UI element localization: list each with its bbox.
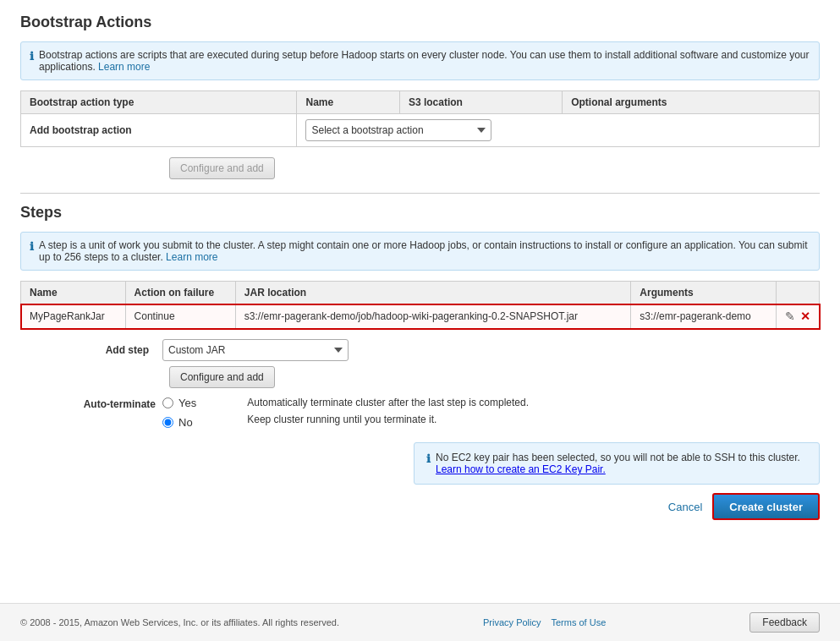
bootstrap-col-s3: S3 location [399,91,562,114]
auto-terminate-yes-label[interactable]: Yes [178,397,196,409]
steps-info-icon: ℹ [30,240,34,253]
ec2-info-icon: ℹ [426,452,431,465]
step-name: MyPageRankJar [21,304,126,329]
bootstrap-info: ℹ Bootstrap actions are scripts that are… [20,41,820,80]
ec2-warning-box: ℹ No EC2 key pair has been selected, so … [414,442,820,485]
steps-configure-row: Configure and add [169,366,820,388]
steps-col-actions-header [777,282,820,304]
add-step-label: Add step [20,344,156,356]
step-row-actions: ✎ ✕ [777,304,820,329]
steps-table: Name Action on failure JAR location Argu… [20,281,820,329]
steps-title: Steps [20,204,820,225]
bootstrap-configure-row: Configure and add [169,157,820,179]
bootstrap-table: Bootstrap action type Name S3 location O… [20,90,820,147]
auto-terminate-yes-row: Yes [162,397,196,409]
step-jar-location: s3://emr-pagerank-demo/job/hadoop-wiki-p… [235,304,631,329]
step-action-failure: Continue [125,304,235,329]
bootstrap-col-name: Name [297,91,399,114]
bottom-action-bar: Cancel Create cluster [20,493,820,520]
steps-info-text: A step is a unit of work you submit to t… [39,239,808,263]
auto-terminate-section: Auto-terminate Yes No Automatically term… [20,397,820,429]
bootstrap-learn-more-link[interactable]: Learn more [98,61,150,73]
auto-terminate-no-row: No [162,416,196,429]
steps-col-name: Name [21,282,126,304]
steps-col-jar: JAR location [235,282,631,304]
privacy-policy-link[interactable]: Privacy Policy [483,617,541,627]
terms-of-use-link[interactable]: Terms of Use [551,617,606,627]
auto-terminate-no-desc: Keep cluster running until you terminate… [247,414,529,425]
auto-terminate-yes-desc: Automatically terminate cluster after th… [247,397,529,408]
auto-terminate-label: Auto-terminate [20,398,162,410]
edit-step-icon[interactable]: ✎ [785,310,795,323]
bootstrap-configure-btn[interactable]: Configure and add [169,157,275,179]
bootstrap-col-type: Bootstrap action type [21,91,297,114]
info-icon: ℹ [30,50,34,63]
bootstrap-title: Bootstrap Actions [20,14,820,35]
delete-step-icon[interactable]: ✕ [800,310,810,323]
add-step-row: Add step Custom JAR [20,339,820,361]
table-row: MyPageRankJar Continue s3://emr-pagerank… [21,304,820,329]
steps-learn-more-link[interactable]: Learn more [166,251,217,263]
footer-copyright: © 2008 - 2015, Amazon Web Services, Inc.… [20,617,339,627]
ec2-warning-text: No EC2 key pair has been selected, so yo… [436,452,800,463]
steps-col-action: Action on failure [125,282,235,304]
bootstrap-info-text: Bootstrap actions are scripts that are e… [39,49,810,73]
auto-terminate-options: Yes No [162,397,196,429]
ec2-learn-more-link[interactable]: Learn how to create an EC2 Key Pair. [436,463,606,475]
create-cluster-button[interactable]: Create cluster [712,493,820,520]
bootstrap-action-select[interactable]: Select a bootstrap action [305,119,491,141]
auto-terminate-no-radio[interactable] [162,417,173,428]
add-step-select[interactable]: Custom JAR [162,339,349,361]
steps-section: Steps ℹ A step is a unit of work you sub… [20,204,820,429]
step-arguments: s3://emr-pagerank-demo [631,304,777,329]
steps-col-args: Arguments [631,282,777,304]
bootstrap-add-label: Add bootstrap action [21,114,297,147]
feedback-button[interactable]: Feedback [749,612,820,633]
steps-info: ℹ A step is a unit of work you submit to… [20,232,820,271]
auto-terminate-yes-radio[interactable] [162,397,173,408]
steps-configure-btn[interactable]: Configure and add [169,366,275,388]
cancel-link[interactable]: Cancel [668,501,702,513]
section-divider [20,193,820,194]
auto-terminate-descriptions: Automatically terminate cluster after th… [247,397,529,429]
auto-terminate-no-label[interactable]: No [178,416,193,429]
footer-links: Privacy Policy Terms of Use [483,617,606,627]
bootstrap-section: Bootstrap Actions ℹ Bootstrap actions ar… [20,14,820,179]
footer: © 2008 - 2015, Amazon Web Services, Inc.… [0,603,840,641]
bootstrap-col-args: Optional arguments [563,91,820,114]
